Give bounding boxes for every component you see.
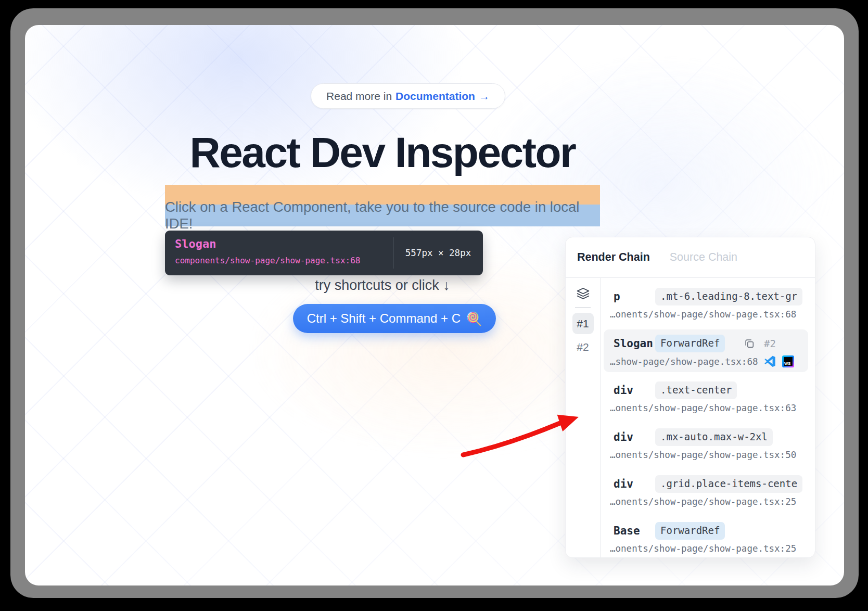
render-chain-row[interactable]: div.text-center…onents/show-page/show-pa… [601,381,815,414]
render-chain-row[interactable]: p.mt-6.leading-8.text-gr…onents/show-pag… [601,288,815,320]
source-path: …onents/show-page/show-page.tsx:25 [610,496,796,507]
shortcut-button[interactable]: Ctrl + Shift + Command + C 🍭 [293,304,496,333]
element-name: div [614,384,655,398]
source-path: …onents/show-page/show-page.tsx:50 [610,449,796,461]
tab-source-chain[interactable]: Source Chain [670,251,737,264]
element-name: p [614,290,655,304]
render-chain-row[interactable]: BaseForwardRef…onents/show-page/show-pag… [601,522,815,554]
copy-icon[interactable] [744,338,755,349]
component-type-badge: ForwardRef [655,522,725,540]
arrow-right-icon: → [479,90,490,103]
inspector-tooltip: Slogan components/show-page/show-page.ts… [165,231,483,275]
webstorm-icon[interactable]: WS [782,355,794,367]
element-name: Base [614,524,655,538]
class-selector-badge: .mx-auto.max-w-2xl [655,428,773,446]
class-selector-badge: .grid.place-items-cente [655,475,802,493]
svg-text:WS: WS [785,361,791,366]
component-type-badge: ForwardRef [655,335,725,352]
read-more-pill[interactable]: Read more in Documentation → [311,83,505,109]
source-path: …onents/show-page/show-page.tsx:68 [610,309,796,320]
tooltip-dimensions: 557px × 28px [393,231,483,275]
rail-item-1[interactable]: #1 [572,313,594,334]
panel-rows: p.mt-6.leading-8.text-gr…onents/show-pag… [600,278,815,557]
source-path: …onents/show-page/show-page.tsx:25 [610,543,796,554]
source-path: …onents/show-page/show-page.tsx:63 [610,402,796,414]
render-chain-row[interactable]: div.mx-auto.max-w-2xl…onents/show-page/s… [601,428,815,461]
documentation-link[interactable]: Documentation → [395,90,490,103]
tab-render-chain[interactable]: Render Chain [577,251,650,264]
read-more-text: Read more in [326,90,392,103]
source-path: …show-page/show-page.tsx:68 [610,356,758,367]
class-selector-badge: .text-center [655,381,737,399]
panel-rail: #1 #2 [566,278,600,557]
page-title: React Dev Inspector [167,130,598,175]
inspector-panel: Render Chain Source Chain #1 #2 p.mt-6.l… [565,237,815,558]
layers-icon [576,286,591,301]
page: Read more in Documentation → React Dev I… [25,25,844,585]
class-selector-badge: .mt-6.leading-8.text-gr [655,288,802,306]
shortcut-hint: try shortcuts or click ↓ [165,277,600,294]
element-name: div [614,477,655,491]
panel-tabs: Render Chain Source Chain [566,237,815,278]
rail-item-2[interactable]: #2 [577,341,589,353]
tooltip-info: Slogan components/show-page/show-page.ts… [165,231,393,275]
order-badge: #2 [764,337,776,351]
rail-divider [575,307,591,308]
panel-body: #1 #2 p.mt-6.leading-8.text-gr…onents/sh… [566,278,815,557]
tooltip-component-name: Slogan [175,237,393,250]
render-chain-row[interactable]: div.grid.place-items-cente…onents/show-p… [601,475,815,507]
slogan-text: Click on a React Component, take you to … [165,199,600,232]
lollipop-icon: 🍭 [466,311,482,326]
vscode-icon[interactable] [764,355,776,367]
shortcut-button-label: Ctrl + Shift + Command + C [307,311,461,326]
render-chain-row[interactable]: SloganForwardRef#2…show-page/show-page.t… [604,329,808,372]
element-name: div [614,430,655,444]
inspector-content-overlay: Click on a React Component, take you to … [165,205,600,226]
documentation-label: Documentation [395,90,475,103]
tooltip-source-path: components/show-page/show-page.tsx:68 [175,256,393,265]
element-name: Slogan [614,337,655,351]
